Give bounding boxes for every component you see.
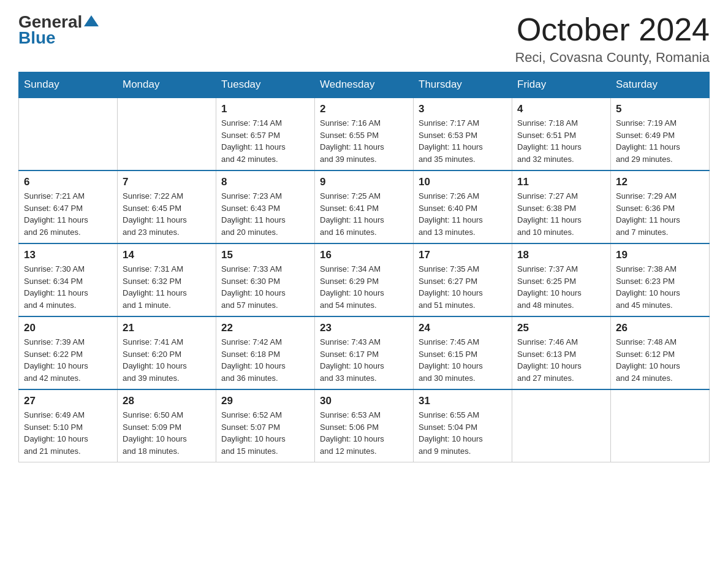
- day-number: 31: [419, 395, 507, 407]
- day-info: Sunrise: 7:16 AMSunset: 6:55 PMDaylight:…: [320, 117, 408, 165]
- logo-triangle-icon: [84, 15, 99, 26]
- day-info: Sunrise: 7:21 AMSunset: 6:47 PMDaylight:…: [24, 190, 112, 238]
- calendar-day-cell: [19, 98, 118, 170]
- day-info: Sunrise: 7:35 AMSunset: 6:27 PMDaylight:…: [419, 263, 507, 311]
- day-info: Sunrise: 7:46 AMSunset: 6:13 PMDaylight:…: [517, 336, 605, 384]
- day-info: Sunrise: 7:48 AMSunset: 6:12 PMDaylight:…: [616, 336, 704, 384]
- day-info: Sunrise: 7:39 AMSunset: 6:22 PMDaylight:…: [24, 336, 112, 384]
- calendar-day-cell: 29Sunrise: 6:52 AMSunset: 5:07 PMDayligh…: [216, 389, 315, 462]
- calendar-day-cell: 24Sunrise: 7:45 AMSunset: 6:15 PMDayligh…: [414, 316, 512, 389]
- calendar-week-row: 27Sunrise: 6:49 AMSunset: 5:10 PMDayligh…: [19, 389, 710, 462]
- calendar-day-cell: 8Sunrise: 7:23 AMSunset: 6:43 PMDaylight…: [216, 170, 315, 243]
- day-info: Sunrise: 7:14 AMSunset: 6:57 PMDaylight:…: [221, 117, 309, 165]
- logo: General Blue: [18, 12, 99, 48]
- day-number: 20: [24, 322, 112, 334]
- day-info: Sunrise: 7:42 AMSunset: 6:18 PMDaylight:…: [221, 336, 309, 384]
- page-header: General Blue October 2024 Reci, Covasna …: [18, 12, 710, 66]
- day-number: 28: [123, 395, 211, 407]
- calendar-day-cell: 3Sunrise: 7:17 AMSunset: 6:53 PMDaylight…: [414, 98, 512, 170]
- day-info: Sunrise: 7:25 AMSunset: 6:41 PMDaylight:…: [320, 190, 408, 238]
- day-number: 15: [221, 249, 309, 261]
- day-info: Sunrise: 7:38 AMSunset: 6:23 PMDaylight:…: [616, 263, 704, 311]
- day-info: Sunrise: 7:30 AMSunset: 6:34 PMDaylight:…: [24, 263, 112, 311]
- calendar-day-cell: [118, 98, 216, 170]
- calendar-week-row: 6Sunrise: 7:21 AMSunset: 6:47 PMDaylight…: [19, 170, 710, 243]
- weekday-header: Monday: [118, 72, 216, 98]
- logo-blue-text: Blue: [18, 28, 56, 48]
- month-title: October 2024: [515, 12, 710, 47]
- day-number: 9: [320, 176, 408, 188]
- calendar-day-cell: 31Sunrise: 6:55 AMSunset: 5:04 PMDayligh…: [414, 389, 512, 462]
- calendar-day-cell: 5Sunrise: 7:19 AMSunset: 6:49 PMDaylight…: [611, 98, 710, 170]
- day-info: Sunrise: 7:23 AMSunset: 6:43 PMDaylight:…: [221, 190, 309, 238]
- day-number: 14: [123, 249, 211, 261]
- calendar-day-cell: 28Sunrise: 6:50 AMSunset: 5:09 PMDayligh…: [118, 389, 216, 462]
- day-number: 16: [320, 249, 408, 261]
- calendar-day-cell: 16Sunrise: 7:34 AMSunset: 6:29 PMDayligh…: [315, 243, 414, 316]
- day-info: Sunrise: 6:49 AMSunset: 5:10 PMDaylight:…: [24, 409, 112, 457]
- calendar-day-cell: 18Sunrise: 7:37 AMSunset: 6:25 PMDayligh…: [512, 243, 611, 316]
- location-title: Reci, Covasna County, Romania: [515, 50, 710, 66]
- weekday-header: Tuesday: [216, 72, 315, 98]
- day-number: 27: [24, 395, 112, 407]
- day-number: 6: [24, 176, 112, 188]
- day-info: Sunrise: 7:33 AMSunset: 6:30 PMDaylight:…: [221, 263, 309, 311]
- calendar-day-cell: 1Sunrise: 7:14 AMSunset: 6:57 PMDaylight…: [216, 98, 315, 170]
- day-info: Sunrise: 7:22 AMSunset: 6:45 PMDaylight:…: [123, 190, 211, 238]
- weekday-header: Friday: [512, 72, 611, 98]
- day-number: 7: [123, 176, 211, 188]
- day-number: 18: [517, 249, 605, 261]
- calendar-day-cell: 14Sunrise: 7:31 AMSunset: 6:32 PMDayligh…: [118, 243, 216, 316]
- calendar-day-cell: 25Sunrise: 7:46 AMSunset: 6:13 PMDayligh…: [512, 316, 611, 389]
- day-number: 11: [517, 176, 605, 188]
- day-number: 8: [221, 176, 309, 188]
- day-number: 24: [419, 322, 507, 334]
- day-info: Sunrise: 6:55 AMSunset: 5:04 PMDaylight:…: [419, 409, 507, 457]
- calendar-day-cell: 10Sunrise: 7:26 AMSunset: 6:40 PMDayligh…: [414, 170, 512, 243]
- day-number: 30: [320, 395, 408, 407]
- day-info: Sunrise: 7:43 AMSunset: 6:17 PMDaylight:…: [320, 336, 408, 384]
- day-info: Sunrise: 7:37 AMSunset: 6:25 PMDaylight:…: [517, 263, 605, 311]
- calendar-day-cell: 21Sunrise: 7:41 AMSunset: 6:20 PMDayligh…: [118, 316, 216, 389]
- day-number: 13: [24, 249, 112, 261]
- calendar-day-cell: 17Sunrise: 7:35 AMSunset: 6:27 PMDayligh…: [414, 243, 512, 316]
- calendar-table: SundayMondayTuesdayWednesdayThursdayFrid…: [18, 72, 710, 462]
- day-number: 26: [616, 322, 704, 334]
- day-number: 19: [616, 249, 704, 261]
- calendar-week-row: 13Sunrise: 7:30 AMSunset: 6:34 PMDayligh…: [19, 243, 710, 316]
- day-number: 17: [419, 249, 507, 261]
- calendar-day-cell: 22Sunrise: 7:42 AMSunset: 6:18 PMDayligh…: [216, 316, 315, 389]
- day-info: Sunrise: 7:31 AMSunset: 6:32 PMDaylight:…: [123, 263, 211, 311]
- calendar-day-cell: 20Sunrise: 7:39 AMSunset: 6:22 PMDayligh…: [19, 316, 118, 389]
- calendar-day-cell: 27Sunrise: 6:49 AMSunset: 5:10 PMDayligh…: [19, 389, 118, 462]
- day-info: Sunrise: 7:18 AMSunset: 6:51 PMDaylight:…: [517, 117, 605, 165]
- day-info: Sunrise: 7:26 AMSunset: 6:40 PMDaylight:…: [419, 190, 507, 238]
- day-number: 10: [419, 176, 507, 188]
- day-info: Sunrise: 7:29 AMSunset: 6:36 PMDaylight:…: [616, 190, 704, 238]
- calendar-day-cell: 6Sunrise: 7:21 AMSunset: 6:47 PMDaylight…: [19, 170, 118, 243]
- day-number: 22: [221, 322, 309, 334]
- day-info: Sunrise: 7:27 AMSunset: 6:38 PMDaylight:…: [517, 190, 605, 238]
- day-info: Sunrise: 6:52 AMSunset: 5:07 PMDaylight:…: [221, 409, 309, 457]
- calendar-header-row: SundayMondayTuesdayWednesdayThursdayFrid…: [19, 72, 710, 98]
- calendar-week-row: 20Sunrise: 7:39 AMSunset: 6:22 PMDayligh…: [19, 316, 710, 389]
- day-number: 25: [517, 322, 605, 334]
- calendar-day-cell: 23Sunrise: 7:43 AMSunset: 6:17 PMDayligh…: [315, 316, 414, 389]
- day-info: Sunrise: 7:45 AMSunset: 6:15 PMDaylight:…: [419, 336, 507, 384]
- calendar-week-row: 1Sunrise: 7:14 AMSunset: 6:57 PMDaylight…: [19, 98, 710, 170]
- calendar-day-cell: [512, 389, 611, 462]
- day-number: 3: [419, 103, 507, 115]
- calendar-day-cell: 2Sunrise: 7:16 AMSunset: 6:55 PMDaylight…: [315, 98, 414, 170]
- calendar-day-cell: 30Sunrise: 6:53 AMSunset: 5:06 PMDayligh…: [315, 389, 414, 462]
- calendar-day-cell: 12Sunrise: 7:29 AMSunset: 6:36 PMDayligh…: [611, 170, 710, 243]
- day-info: Sunrise: 7:41 AMSunset: 6:20 PMDaylight:…: [123, 336, 211, 384]
- weekday-header: Wednesday: [315, 72, 414, 98]
- calendar-day-cell: 9Sunrise: 7:25 AMSunset: 6:41 PMDaylight…: [315, 170, 414, 243]
- title-block: October 2024 Reci, Covasna County, Roman…: [515, 12, 710, 66]
- weekday-header: Thursday: [414, 72, 512, 98]
- day-number: 12: [616, 176, 704, 188]
- day-number: 1: [221, 103, 309, 115]
- day-number: 2: [320, 103, 408, 115]
- calendar-day-cell: 26Sunrise: 7:48 AMSunset: 6:12 PMDayligh…: [611, 316, 710, 389]
- day-info: Sunrise: 7:17 AMSunset: 6:53 PMDaylight:…: [419, 117, 507, 165]
